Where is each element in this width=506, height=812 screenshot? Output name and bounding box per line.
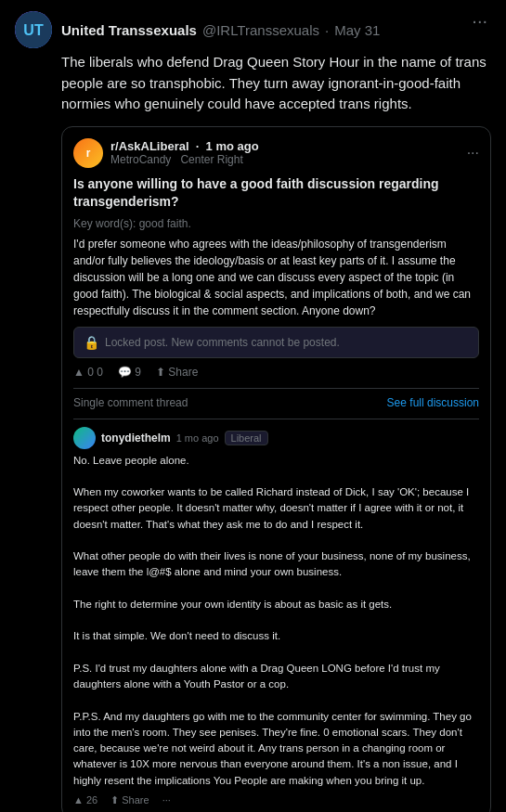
reply-block: tonydiethelm 1 mo ago Liberal No. Leave … (73, 419, 479, 806)
dot-separator: · (325, 22, 329, 38)
embedded-tags: Key word(s): good faith. (73, 217, 479, 230)
embedded-more-icon[interactable]: ··· (467, 145, 479, 161)
locked-text: Locked post. New comments cannot be post… (105, 336, 340, 349)
reply-more: ··· (162, 794, 171, 806)
display-name: United Transsexuals (61, 22, 197, 38)
embedded-subreddit: r/AskALiberal · 1 mo ago (110, 139, 460, 153)
single-comment-label: Single comment thread (73, 396, 188, 409)
embedded-header: r r/AskALiberal · 1 mo ago MetroCandy Ce… (73, 138, 479, 168)
lock-icon: 🔒 (84, 335, 99, 350)
reply-text: No. Leave people alone. When my coworker… (73, 453, 479, 789)
embedded-post-inner: r r/AskALiberal · 1 mo ago MetroCandy Ce… (62, 127, 490, 813)
tweet-1: UT United Transsexuals @IRLTranssexuals … (0, 0, 506, 812)
avatar-initials: UT (15, 11, 52, 48)
svg-text:UT: UT (23, 22, 44, 38)
tweet-1-header: UT United Transsexuals @IRLTranssexuals … (15, 11, 491, 48)
reply-upvotes: ▲ 26 (73, 794, 97, 806)
locked-notice: 🔒 Locked post. New comments cannot be po… (73, 327, 479, 358)
upvote-stat: ▲ 0 0 (73, 366, 103, 379)
tweet-1-header-left: UT United Transsexuals @IRLTranssexuals … (15, 11, 380, 48)
reply-avatar (73, 427, 96, 449)
tweet-1-content: The liberals who defend Drag Queen Story… (61, 52, 491, 812)
see-full-link[interactable]: See full discussion (387, 396, 479, 409)
tweet-text: The liberals who defend Drag Queen Story… (61, 52, 491, 115)
tweet-date: May 31 (334, 22, 380, 38)
share-stat: ⬆ Share (156, 366, 198, 379)
divider (73, 388, 479, 389)
embedded-post: r r/AskALiberal · 1 mo ago MetroCandy Ce… (61, 126, 491, 813)
single-comment-row: Single comment thread See full discussio… (73, 396, 479, 409)
tweet-1-meta: United Transsexuals @IRLTranssexuals · M… (61, 22, 380, 38)
comment-stat: 💬 9 (118, 366, 141, 379)
more-options-button[interactable]: ··· (468, 11, 491, 30)
embedded-avatar: r (73, 138, 103, 168)
reply-share: ⬆ Share (110, 794, 149, 806)
avatar[interactable]: UT (15, 11, 52, 48)
reply-name: tonydiethelm (101, 432, 171, 445)
reply-time: 1 mo ago (176, 432, 219, 444)
embedded-title: Is anyone willing to have a good faith d… (73, 175, 479, 212)
tweet-1-name-row: United Transsexuals @IRLTranssexuals · M… (61, 22, 380, 38)
embedded-flairs: MetroCandy Center Right (110, 153, 460, 166)
embedded-stats: ▲ 0 0 💬 9 ⬆ Share (73, 366, 479, 379)
reply-stats: ▲ 26 ⬆ Share ··· (73, 794, 479, 806)
embedded-meta: r/AskALiberal · 1 mo ago MetroCandy Cent… (110, 139, 460, 166)
reply-header: tonydiethelm 1 mo ago Liberal (73, 427, 479, 449)
embedded-body: I'd prefer someone who agrees with the i… (73, 236, 479, 319)
reply-flair: Liberal (225, 431, 268, 445)
username: @IRLTranssexuals (202, 22, 319, 38)
